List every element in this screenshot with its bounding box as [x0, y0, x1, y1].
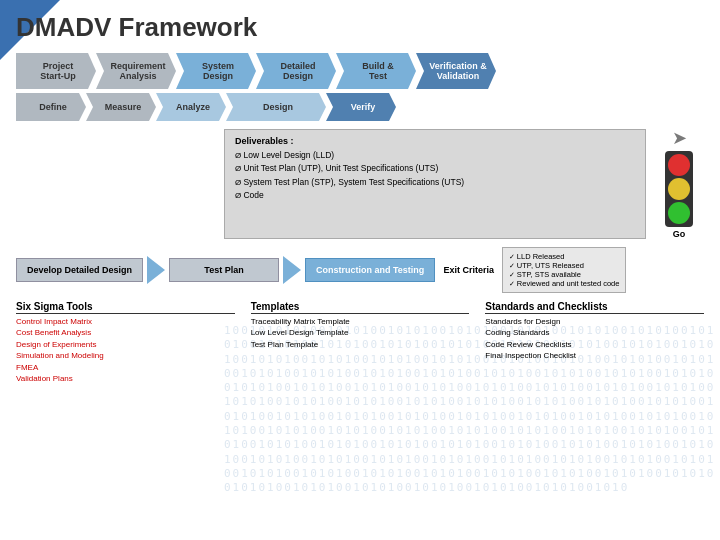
phase-req-analysis: RequirementAnalysis	[96, 53, 176, 89]
deliverables-title: Deliverables :	[235, 136, 635, 146]
main-area: Deliverables : Low Level Design (LLD) Un…	[16, 129, 704, 239]
exit-criteria-item: Reviewed and unit tested code	[509, 279, 620, 288]
templates-section: Templates Traceability Matrix Template L…	[251, 301, 470, 385]
flow-arrow-1	[147, 256, 165, 284]
phase-system-design: SystemDesign	[176, 53, 256, 89]
standards-title: Standards and Checklists	[485, 301, 704, 314]
tool-item: Design of Experiments	[16, 340, 235, 350]
phase-analyze: Analyze	[156, 93, 226, 121]
exit-criteria-label: Exit Criteria	[439, 265, 498, 275]
six-sigma-title: Six Sigma Tools	[16, 301, 235, 314]
phase-verify: Verify	[326, 93, 396, 121]
six-sigma-tools-section: Six Sigma Tools Control Impact Matrix Co…	[16, 301, 235, 385]
phase-measure: Measure	[86, 93, 156, 121]
exit-criteria-list: LLD Released UTP, UTS Released STP, STS …	[509, 252, 620, 288]
traffic-light-red	[668, 154, 690, 176]
six-sigma-list: Control Impact Matrix Cost Benefit Analy…	[16, 317, 235, 384]
traffic-light-yellow	[668, 178, 690, 200]
tool-item: Cost Benefit Analysis	[16, 328, 235, 338]
template-item: Test Plan Template	[251, 340, 470, 350]
tool-item: Simulation and Modeling	[16, 351, 235, 361]
template-item: Traceability Matrix Template	[251, 317, 470, 327]
tool-item: Validation Plans	[16, 374, 235, 384]
exit-criteria-item: UTP, UTS Released	[509, 261, 620, 270]
exit-criteria-item: STP, STS available	[509, 270, 620, 279]
go-label: Go	[673, 229, 686, 239]
process-flow-mid: Define Measure Analyze Design Verify	[16, 93, 704, 121]
flow-arrow-2	[283, 256, 301, 284]
flow-test-plan: Test Plan	[169, 258, 279, 282]
phase-project-startup: ProjectStart-Up	[16, 53, 96, 89]
process-flow-top: ProjectStart-Up RequirementAnalysis Syst…	[16, 53, 704, 89]
phase-verification: Verification &Validation	[416, 53, 496, 89]
templates-list: Traceability Matrix Template Low Level D…	[251, 317, 470, 350]
bottom-flow: Develop Detailed Design Test Plan Constr…	[16, 247, 704, 293]
deliverable-item: Low Level Design (LLD)	[235, 150, 635, 161]
arrow-right-icon: ➤	[672, 129, 687, 147]
phase-build-test: Build &Test	[336, 53, 416, 89]
standards-list: Standards for Design Coding Standards Co…	[485, 317, 704, 362]
tool-item: Control Impact Matrix	[16, 317, 235, 327]
template-item: Low Level Design Template	[251, 328, 470, 338]
flow-develop-detailed-design: Develop Detailed Design	[16, 258, 143, 282]
flow-construction-testing: Construction and Testing	[305, 258, 435, 282]
deliverable-item: Unit Test Plan (UTP), Unit Test Specific…	[235, 163, 635, 174]
standards-section: Standards and Checklists Standards for D…	[485, 301, 704, 385]
deliverable-item: Code	[235, 190, 635, 201]
exit-criteria-box: LLD Released UTP, UTS Released STP, STS …	[502, 247, 627, 293]
deliverables-box: Deliverables : Low Level Design (LLD) Un…	[224, 129, 646, 239]
standard-item: Final Inspection Checklist	[485, 351, 704, 361]
standard-item: Standards for Design	[485, 317, 704, 327]
templates-title: Templates	[251, 301, 470, 314]
phase-define: Define	[16, 93, 86, 121]
phase-detailed-design: DetailedDesign	[256, 53, 336, 89]
deliverable-item: System Test Plan (STP), System Test Spec…	[235, 177, 635, 188]
exit-criteria-item: LLD Released	[509, 252, 620, 261]
traffic-light-green	[668, 202, 690, 224]
page-title: DMADV Framework	[16, 12, 704, 43]
traffic-light	[665, 151, 693, 227]
deliverables-list: Low Level Design (LLD) Unit Test Plan (U…	[235, 150, 635, 202]
bottom-tools: Six Sigma Tools Control Impact Matrix Co…	[16, 301, 704, 385]
standard-item: Code Review Checklists	[485, 340, 704, 350]
tool-item: FMEA	[16, 363, 235, 373]
traffic-light-container: ➤ Go	[654, 129, 704, 239]
phase-design: Design	[226, 93, 326, 121]
standard-item: Coding Standards	[485, 328, 704, 338]
